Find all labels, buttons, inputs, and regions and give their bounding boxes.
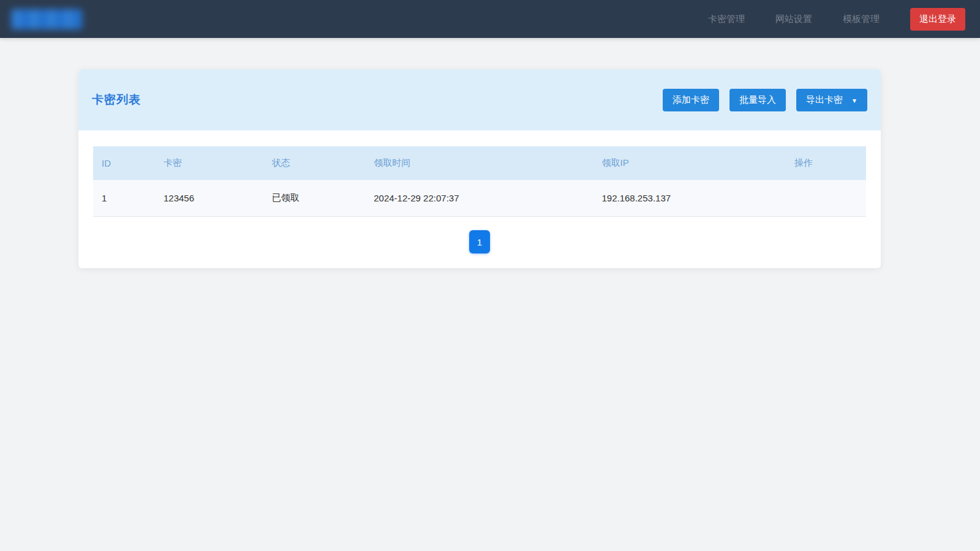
- add-card-button[interactable]: 添加卡密: [663, 89, 719, 111]
- column-header-id: ID: [93, 146, 155, 180]
- card-key-table: ID 卡密 状态 领取时间 领取IP 操作 1 123456 已领取 2024-…: [93, 146, 866, 217]
- table-header: ID 卡密 状态 领取时间 领取IP 操作: [93, 146, 866, 180]
- navbar-menu: 卡密管理 网站设置 模板管理 退出登录: [708, 8, 965, 31]
- nav-item-site-settings[interactable]: 网站设置: [775, 13, 812, 25]
- panel-actions: 添加卡密 批量导入 导出卡密 ▼: [663, 89, 867, 111]
- cell-claim-time: 2024-12-29 22:07:37: [365, 180, 593, 217]
- export-card-dropdown-button[interactable]: 导出卡密 ▼: [796, 89, 867, 111]
- export-card-label: 导出卡密: [806, 94, 843, 106]
- table-row: 1 123456 已领取 2024-12-29 22:07:37 192.168…: [93, 180, 866, 217]
- nav-item-card-management[interactable]: 卡密管理: [708, 13, 745, 25]
- app-logo[interactable]: [11, 9, 82, 29]
- column-header-claim-time: 领取时间: [365, 146, 593, 180]
- cell-id: 1: [93, 180, 155, 217]
- card-key-panel: 卡密列表 添加卡密 批量导入 导出卡密 ▼: [78, 69, 881, 268]
- table-body: 1 123456 已领取 2024-12-29 22:07:37 192.168…: [93, 180, 866, 217]
- column-header-status: 状态: [263, 146, 366, 180]
- cell-claim-ip: 192.168.253.137: [593, 180, 785, 217]
- top-navbar: 卡密管理 网站设置 模板管理 退出登录: [0, 0, 980, 38]
- column-header-claim-ip: 领取IP: [593, 146, 785, 180]
- logout-button[interactable]: 退出登录: [910, 8, 965, 31]
- page-title: 卡密列表: [92, 92, 141, 108]
- batch-import-button[interactable]: 批量导入: [729, 89, 786, 111]
- column-header-actions: 操作: [786, 146, 866, 180]
- pagination: 1: [93, 230, 866, 253]
- panel-header: 卡密列表 添加卡密 批量导入 导出卡密 ▼: [78, 69, 881, 130]
- column-header-card-key: 卡密: [155, 146, 263, 180]
- cell-actions: [786, 180, 866, 217]
- main-content: 卡密列表 添加卡密 批量导入 导出卡密 ▼: [0, 69, 980, 268]
- cell-status: 已领取: [263, 180, 366, 217]
- caret-down-icon: ▼: [851, 97, 858, 104]
- pagination-page-1-button[interactable]: 1: [469, 230, 490, 253]
- cell-card-key: 123456: [155, 180, 263, 217]
- panel-body: ID 卡密 状态 领取时间 领取IP 操作 1 123456 已领取 2024-…: [78, 130, 881, 268]
- nav-item-template-management[interactable]: 模板管理: [843, 13, 880, 25]
